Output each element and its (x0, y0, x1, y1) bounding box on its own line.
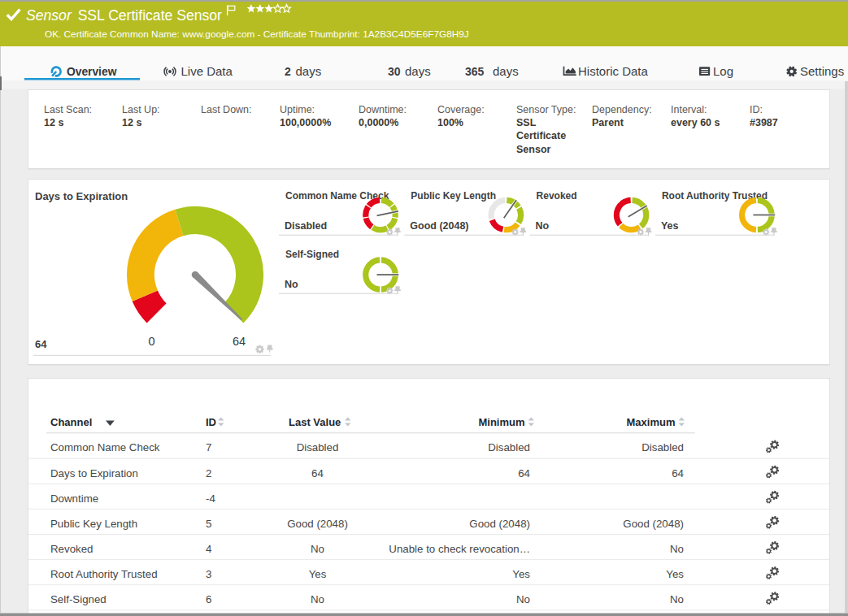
svg-text:Last Down:: Last Down: (201, 104, 252, 115)
svg-text:Dependency:: Dependency: (592, 104, 652, 115)
svg-text:Disabled: Disabled (488, 441, 530, 453)
svg-text:Last Scan:: Last Scan: (44, 104, 92, 115)
svg-text:5: 5 (206, 518, 211, 530)
svg-text:64: 64 (35, 338, 47, 350)
svg-text:Self-Signed: Self-Signed (50, 593, 107, 605)
svg-text:Good (2048): Good (2048) (410, 220, 468, 232)
svg-text:Yes: Yes (512, 568, 530, 580)
svg-text:No: No (516, 593, 530, 605)
svg-text:64: 64 (233, 335, 246, 348)
svg-text:Public Key Length: Public Key Length (411, 190, 496, 202)
svg-text:Historic Data: Historic Data (578, 64, 649, 78)
svg-text:Downtime: Downtime (50, 492, 98, 505)
svg-text:100%: 100% (437, 117, 463, 128)
svg-text:SSL: SSL (516, 117, 537, 128)
svg-text:#3987: #3987 (750, 117, 778, 128)
svg-text:Live Data: Live Data (181, 64, 233, 78)
svg-text:Disabled: Disabled (285, 220, 327, 232)
svg-text:Certificate: Certificate (516, 130, 566, 141)
svg-text:every 60 s: every 60 s (671, 117, 720, 128)
svg-text:Public Key Length: Public Key Length (50, 518, 137, 530)
svg-text:Sensor: Sensor (516, 144, 551, 155)
svg-text:3: 3 (206, 568, 211, 580)
svg-text:No: No (670, 543, 684, 555)
svg-text:Revoked: Revoked (50, 543, 93, 555)
svg-text:Disabled: Disabled (297, 441, 339, 453)
svg-text:Minimum: Minimum (478, 416, 524, 428)
svg-text:2days: 2days (285, 64, 321, 78)
svg-text:100,0000%: 100,0000% (280, 117, 331, 128)
svg-text:12 s: 12 s (122, 117, 141, 128)
svg-text:Last Value: Last Value (289, 416, 341, 428)
svg-text:No: No (311, 593, 324, 605)
svg-text:4: 4 (206, 543, 211, 555)
svg-text:Sensor Type:: Sensor Type: (516, 104, 576, 115)
svg-text:0,0000%: 0,0000% (359, 117, 398, 128)
svg-text:12 s: 12 s (44, 117, 63, 128)
svg-text:64: 64 (311, 467, 324, 479)
svg-text:Sensor SSL Certificate Sensor: Sensor SSL Certificate Sensor (26, 7, 222, 24)
svg-text:30days: 30days (388, 64, 431, 78)
svg-text:2: 2 (206, 467, 211, 479)
svg-text:Uptime:: Uptime: (280, 104, 315, 115)
svg-text:Root Authority Trusted: Root Authority Trusted (50, 568, 158, 580)
svg-text:Good (2048): Good (2048) (469, 518, 530, 530)
svg-text:Yes: Yes (661, 220, 679, 232)
svg-text:Log: Log (713, 64, 733, 78)
svg-text:Self-Signed: Self-Signed (285, 249, 339, 260)
svg-text:6: 6 (206, 593, 211, 605)
svg-text:Revoked: Revoked (537, 190, 577, 202)
svg-text:64: 64 (672, 467, 684, 479)
svg-text:Maximum: Maximum (627, 416, 676, 428)
svg-text:Settings: Settings (800, 64, 844, 78)
svg-text:OK. Certificate Common Name: w: OK. Certificate Common Name: www.google.… (45, 28, 469, 40)
svg-text:Parent: Parent (592, 117, 624, 128)
svg-text:Interval:: Interval: (671, 104, 707, 115)
svg-text:0: 0 (148, 335, 154, 348)
svg-text:64: 64 (518, 467, 530, 479)
svg-text:Last Up:: Last Up: (122, 104, 160, 115)
svg-text:Coverage:: Coverage: (437, 104, 485, 115)
svg-text:ID:: ID: (750, 104, 763, 115)
svg-text:7: 7 (206, 441, 211, 453)
svg-text:Good (2048): Good (2048) (287, 518, 348, 530)
svg-text:ID: ID (206, 416, 216, 428)
svg-text:Common Name Check: Common Name Check (50, 441, 160, 453)
svg-text:Days to Expiration: Days to Expiration (35, 190, 128, 202)
svg-text:Yes: Yes (666, 568, 684, 580)
svg-text:No: No (285, 279, 298, 290)
svg-text:Good (2048): Good (2048) (623, 518, 684, 530)
svg-text:-4: -4 (206, 492, 215, 505)
svg-text:Yes: Yes (309, 568, 327, 580)
svg-text:Disabled: Disabled (641, 441, 684, 453)
svg-text:Channel: Channel (50, 416, 92, 428)
svg-text:No: No (536, 220, 550, 232)
svg-text:Unable to check revocation…: Unable to check revocation… (389, 543, 530, 555)
svg-text:Days to Expiration: Days to Expiration (50, 467, 138, 479)
svg-text:No: No (670, 593, 684, 605)
svg-text:Downtime:: Downtime: (359, 104, 407, 115)
svg-text:No: No (311, 543, 324, 555)
svg-text:Overview: Overview (67, 66, 117, 78)
